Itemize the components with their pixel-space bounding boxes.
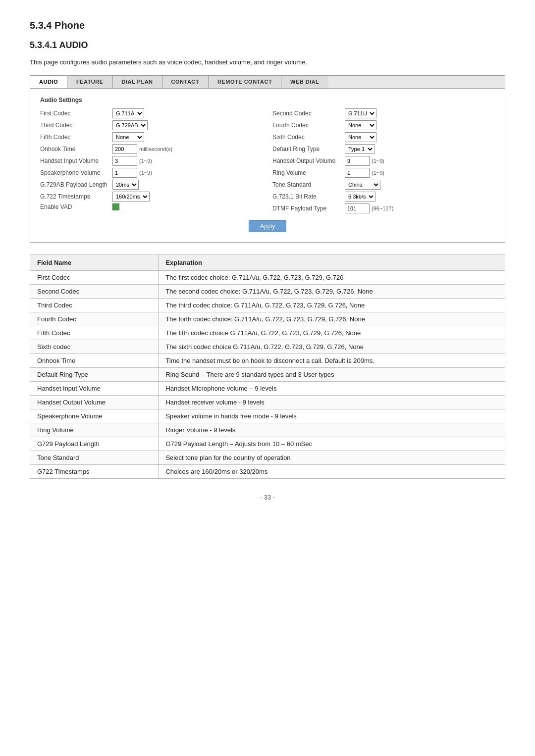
sixth-codec-row: Sixth Codec G.711AG.711UG.722G.723G.729G… — [272, 132, 495, 142]
onhook-time-label: Onhook Time — [40, 146, 109, 152]
table-cell-explanation: The forth codec choice: G.711A/u, G.722,… — [159, 312, 505, 326]
audio-settings-label: Audio Settings — [40, 97, 495, 103]
dtmf-payload-type-value: (96~127) — [345, 203, 393, 213]
speakerphone-volume-range: (1~9) — [139, 170, 152, 176]
table-row: Handset Input VolumeHandset Microphone v… — [30, 381, 505, 395]
table-cell-explanation: Handset receiver volume - 9 levels — [159, 395, 505, 409]
tab-contact[interactable]: CONTACT — [162, 76, 209, 88]
table-cell-field: Fifth Codec — [30, 326, 159, 340]
section-title: 5.3.4 Phone — [30, 20, 505, 31]
handset-input-volume-range: (1~9) — [139, 158, 152, 164]
apply-row: Apply — [40, 220, 495, 232]
table-cell-explanation: Select tone plan for the country of oper… — [159, 451, 505, 464]
ring-volume-value: (1~9) — [345, 168, 384, 178]
explanation-table: Field Name Explanation First CodecThe fi… — [30, 254, 505, 479]
table-cell-explanation: Handset Microphone volume – 9 levels — [159, 381, 505, 395]
ring-volume-row: Ring Volume (1~9) — [272, 168, 495, 178]
apply-button[interactable]: Apply — [249, 220, 286, 232]
dtmf-payload-type-input[interactable] — [345, 203, 370, 213]
first-codec-value: G.711AG.711UG.722G.723G.729G.726 — [112, 108, 144, 118]
speakerphone-volume-label: Speakerphone Volume — [40, 169, 109, 176]
g7231-bit-rate-row: G.723.1 Bit Rate 6.3kb/s5.3kb/s — [272, 192, 495, 202]
fifth-codec-select[interactable]: G.711AG.711UG.722G.723G.729G.726None — [112, 132, 144, 142]
fifth-codec-value: G.711AG.711UG.722G.723G.729G.726None — [112, 132, 144, 142]
table-row: Onhook TimeTime the handset must be on h… — [30, 353, 505, 367]
second-codec-row: Second Codec G.711AG.711UG.722G.723G.729… — [272, 108, 495, 118]
handset-input-volume-input[interactable] — [112, 156, 137, 166]
default-ring-type-select[interactable]: Type 1Type 2Type 3 — [345, 144, 374, 154]
sixth-codec-value: G.711AG.711UG.722G.723G.729G.726None — [345, 132, 376, 142]
handset-output-volume-row: Handset Output Volume (1~9) — [272, 156, 495, 166]
speakerphone-volume-input[interactable] — [112, 168, 137, 178]
enable-vad-label: Enable VAD — [40, 203, 109, 210]
g729ab-payload-select[interactable]: 10ms20ms30ms40ms60ms — [112, 180, 139, 190]
g7231-bit-rate-label: G.723.1 Bit Rate — [272, 193, 342, 200]
table-cell-field: Ring Volume — [30, 423, 159, 437]
tone-standard-value: ChinaUSAUKGermanyFranceJapan — [345, 180, 380, 190]
tab-remote-contact[interactable]: REMOTE CONTACT — [209, 76, 281, 88]
table-row: Fifth CodecThe fifth codec choice G.711A… — [30, 326, 505, 340]
second-codec-label: Second Codec — [272, 110, 342, 117]
tone-standard-label: Tone Standard — [272, 181, 342, 188]
table-cell-field: Fourth Codec — [30, 312, 159, 326]
g7231-bit-rate-select[interactable]: 6.3kb/s5.3kb/s — [345, 192, 375, 202]
dtmf-payload-type-range: (96~127) — [372, 205, 393, 211]
table-cell-field: Second Codec — [30, 284, 159, 298]
table-cell-field: G729 Payload Length — [30, 437, 159, 451]
table-cell-explanation: Ringer Volume - 9 levels — [159, 423, 505, 437]
g722-timestamps-row: G.722 Timestamps 160/20ms320/20ms — [40, 192, 263, 202]
dtmf-payload-type-label: DTMF Payload Type — [272, 205, 342, 212]
third-codec-label: Third Codec — [40, 122, 109, 129]
handset-output-volume-input[interactable] — [345, 156, 370, 166]
first-codec-select[interactable]: G.711AG.711UG.722G.723G.729G.726 — [112, 108, 144, 118]
g722-timestamps-label: G.722 Timestamps — [40, 193, 109, 200]
default-ring-type-row: Default Ring Type Type 1Type 2Type 3 — [272, 144, 495, 154]
default-ring-type-value: Type 1Type 2Type 3 — [345, 144, 374, 154]
settings-right: Second Codec G.711AG.711UG.722G.723G.729… — [272, 108, 495, 215]
third-codec-select[interactable]: G.711AG.711UG.722G.723G.729ABG.726None — [112, 120, 148, 130]
tone-standard-select[interactable]: ChinaUSAUKGermanyFranceJapan — [345, 180, 380, 190]
g722-timestamps-select[interactable]: 160/20ms320/20ms — [112, 192, 150, 202]
sixth-codec-select[interactable]: G.711AG.711UG.722G.723G.729G.726None — [345, 132, 376, 142]
table-cell-field: G722 Timestamps — [30, 464, 159, 478]
table-row: Second CodecThe second codec choice: G.7… — [30, 284, 505, 298]
table-header-explanation: Explanation — [159, 254, 505, 270]
enable-vad-checkbox[interactable] — [112, 203, 119, 210]
settings-left: First Codec G.711AG.711UG.722G.723G.729G… — [40, 108, 263, 215]
tab-feature[interactable]: FEATURE — [67, 76, 113, 88]
fourth-codec-value: G.711AG.711UG.722G.723G.729G.726None — [345, 120, 376, 130]
table-row: Third CodecThe third codec choice: G.711… — [30, 298, 505, 312]
enable-vad-value — [112, 203, 119, 210]
dtmf-payload-type-row: DTMF Payload Type (96~127) — [272, 203, 495, 213]
description: This page configures audio parameters su… — [30, 57, 505, 67]
table-cell-field: Handset Output Volume — [30, 395, 159, 409]
table-row: Speakerphone VolumeSpeaker volume in han… — [30, 409, 505, 423]
page-footer: - 33 - — [30, 494, 505, 501]
onhook-time-input[interactable] — [112, 144, 137, 154]
fourth-codec-select[interactable]: G.711AG.711UG.722G.723G.729G.726None — [345, 120, 376, 130]
speakerphone-volume-value: (1~9) — [112, 168, 152, 178]
table-cell-field: Sixth codec — [30, 340, 159, 353]
tab-dial-plan[interactable]: DIAL PLAN — [113, 76, 162, 88]
tab-web-dial[interactable]: WEB DIAL — [281, 76, 328, 88]
ring-volume-label: Ring Volume — [272, 169, 342, 176]
table-row: Handset Output VolumeHandset receiver vo… — [30, 395, 505, 409]
enable-vad-row: Enable VAD — [40, 203, 263, 210]
sixth-codec-label: Sixth Codec — [272, 134, 342, 141]
table-row: Tone StandardSelect tone plan for the co… — [30, 451, 505, 464]
handset-input-volume-value: (1~9) — [112, 156, 152, 166]
tab-audio[interactable]: AUDIO — [30, 76, 67, 88]
ring-volume-input[interactable] — [345, 168, 370, 178]
tab-bar: AUDIO FEATURE DIAL PLAN CONTACT REMOTE C… — [30, 75, 505, 88]
table-header-field: Field Name — [30, 254, 159, 270]
table-cell-explanation: The second codec choice: G.711A/u, G.722… — [159, 284, 505, 298]
handset-output-volume-label: Handset Output Volume — [272, 157, 342, 164]
table-cell-field: Handset Input Volume — [30, 381, 159, 395]
fourth-codec-label: Fourth Codec — [272, 122, 342, 129]
handset-input-volume-label: Handset Input Volume — [40, 157, 109, 164]
table-cell-explanation: Ring Sound – There are 9 standard types … — [159, 367, 505, 381]
second-codec-select[interactable]: G.711AG.711UG.722G.723G.729G.726 — [345, 108, 376, 118]
speakerphone-volume-row: Speakerphone Volume (1~9) — [40, 168, 263, 178]
table-cell-explanation: Choices are 160/20ms or 320/20ms — [159, 464, 505, 478]
table-row: First CodecThe first codec choice: G.711… — [30, 270, 505, 284]
